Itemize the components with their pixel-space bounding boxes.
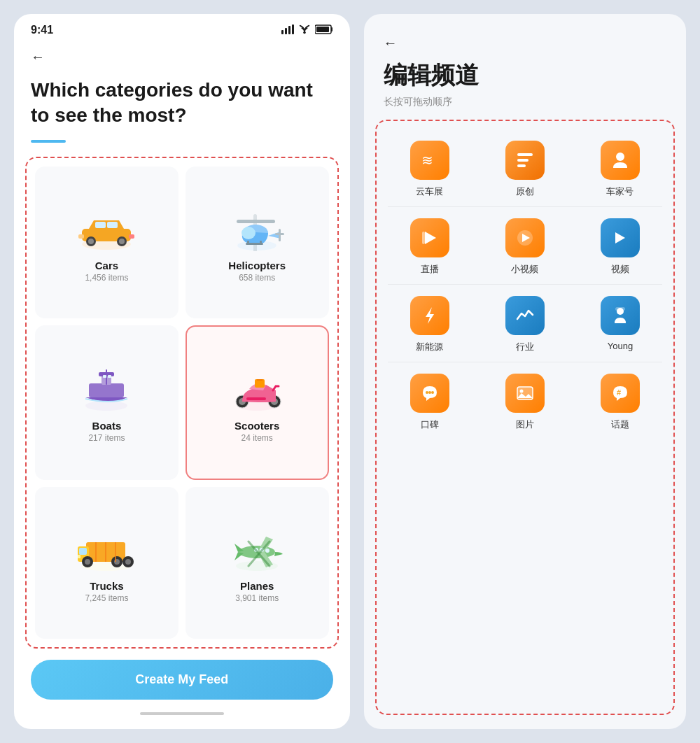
xinneng-icon [410,296,449,335]
svg-rect-28 [89,383,124,397]
screen-container: 9:41 ← Which categories do you want to s… [0,0,700,743]
channel-item-xiaovideo[interactable]: 小视频 [477,207,573,284]
video-icon [601,218,640,257]
car-icon-area [75,205,138,254]
planes-label: Planes [240,580,274,592]
left-back-button[interactable]: ← [14,42,350,72]
svg-rect-41 [246,397,266,400]
right-back-label: ← [384,35,398,50]
create-feed-button[interactable]: Create My Feed [31,660,333,700]
progress-bar [31,140,66,143]
video-label: 视频 [611,263,629,276]
yuanchuang-icon [505,141,545,180]
category-card-planes[interactable]: Planes 3,901 items [186,487,329,639]
right-subtitle: 长按可拖动顺序 [364,96,686,120]
channel-item-tupian[interactable]: 图片 [477,362,573,439]
xiaovideo-icon [505,218,545,257]
boats-count: 217 items [88,433,125,443]
xinneng-label: 新能源 [416,341,443,353]
svg-text:#: # [617,388,621,397]
category-card-boats[interactable]: Boats 217 items [35,325,178,480]
boat-icon-area [75,365,138,414]
huati-icon: # [601,374,640,413]
svg-point-47 [85,559,90,565]
category-card-cars[interactable]: Cars 1,456 items [35,167,178,318]
home-indicator [140,712,224,715]
channel-item-yunche[interactable]: ≋ 云车展 [382,129,477,206]
scooter-icon-area [225,365,288,414]
huati-label: 话题 [611,418,629,431]
plane-icon-area [225,525,288,574]
svg-point-27 [85,401,127,411]
status-time: 9:41 [31,24,53,36]
category-card-helicopters[interactable]: Helicopters 658 items [186,167,329,318]
svg-rect-45 [79,548,87,555]
status-bar: 9:41 [14,14,350,42]
koubo-icon [410,374,449,413]
yunche-icon: ≋ [410,141,449,180]
young-label: Young [608,341,633,351]
left-back-label: ← [31,49,45,64]
cars-count: 1,456 items [85,273,128,283]
svg-rect-15 [78,234,84,239]
right-panel: ← 编辑频道 长按可拖动顺序 ≋ 云车展 原创 [364,14,686,729]
right-back-button[interactable]: ← [364,14,686,57]
svg-marker-68 [425,232,436,244]
channel-item-hangye[interactable]: 行业 [477,285,573,362]
category-card-scooters[interactable]: Scooters 24 items [186,325,329,480]
svg-rect-6 [316,27,329,32]
progress-bar-container [14,140,350,157]
trucks-label: Trucks [90,580,123,592]
channel-item-yuanchuang[interactable]: 原创 [477,129,573,206]
channel-item-huati[interactable]: # 话题 [573,362,668,439]
svg-text:≋: ≋ [421,153,433,168]
tupian-icon [505,374,545,413]
svg-point-77 [428,391,431,394]
left-title: Which categories do you want to see the … [14,72,350,140]
channels-container: ≋ 云车展 原创 车家号 [375,120,675,715]
svg-rect-26 [260,241,262,245]
svg-rect-10 [107,222,118,228]
svg-rect-55 [78,555,80,558]
hangye-label: 行业 [516,341,534,353]
category-card-trucks[interactable]: Trucks 7,245 items [35,487,178,639]
channel-item-xinneng[interactable]: 新能源 [382,285,477,362]
channel-item-video[interactable]: 视频 [573,207,668,284]
svg-rect-33 [108,375,111,378]
channel-item-chejia[interactable]: 车家号 [573,129,668,206]
channel-item-young[interactable]: Young [573,285,668,362]
svg-marker-73 [426,307,434,324]
svg-point-4 [303,31,306,34]
chejia-label: 车家号 [606,185,634,198]
svg-rect-75 [615,307,625,311]
trucks-count: 7,245 items [85,593,128,603]
channel-item-koubo[interactable]: 口碑 [382,362,477,439]
svg-rect-23 [275,233,284,235]
right-title: 编辑频道 [364,57,686,96]
truck-icon-area [75,525,138,574]
signal-icon [281,24,294,36]
svg-point-76 [426,391,428,394]
hangye-icon [505,296,545,335]
tupian-label: 图片 [516,418,534,431]
channel-grid: ≋ 云车展 原创 车家号 [382,129,668,439]
categories-container: Cars 1,456 items [25,157,339,649]
categories-grid: Cars 1,456 items [35,167,329,639]
svg-rect-0 [281,30,284,34]
status-icons [281,24,333,36]
xiaovideo-label: 小视频 [511,263,538,276]
koubo-label: 口碑 [421,418,439,431]
svg-rect-64 [517,153,533,156]
svg-rect-66 [517,164,526,167]
svg-rect-25 [247,241,249,245]
svg-rect-65 [517,159,528,162]
svg-rect-40 [257,379,262,381]
svg-point-14 [119,239,125,244]
helicopters-count: 658 items [239,273,275,283]
channel-item-zhibo[interactable]: 直播 [382,207,477,284]
svg-point-12 [88,239,94,244]
zhibo-icon [410,218,449,257]
svg-point-49 [114,559,120,565]
svg-rect-2 [288,26,290,34]
scooters-label: Scooters [234,420,279,432]
